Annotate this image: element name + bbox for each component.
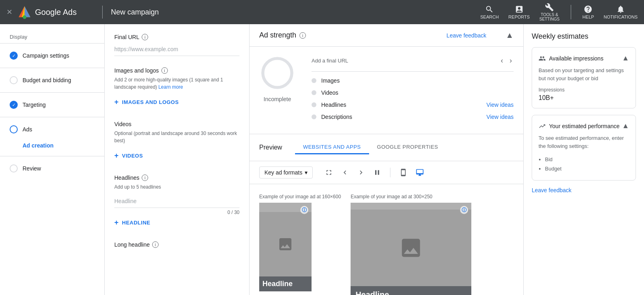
- final-url-info-icon[interactable]: i: [142, 34, 148, 40]
- sidebar-section-display: Display: [0, 31, 104, 44]
- desktop-view-button[interactable]: [413, 166, 427, 179]
- preview-card-info-2[interactable]: ⓘ: [460, 206, 468, 214]
- preview-area: Preview WEBSITES AND APPS GOOGLE PROPERT…: [250, 134, 523, 295]
- weekly-estimates-feedback-link[interactable]: Leave feedback: [532, 187, 572, 193]
- strength-dot-videos: [312, 90, 316, 95]
- image-placeholder-icon-2: [399, 236, 423, 260]
- format-dropdown[interactable]: Key ad formats ▾: [259, 166, 313, 179]
- step-icon-ads: [10, 125, 18, 133]
- collapse-performance-button[interactable]: ▲: [622, 122, 629, 130]
- sidebar-item-ads[interactable]: Ads: [0, 120, 104, 138]
- final-url-section: Final URL i: [114, 34, 239, 56]
- preview-card-300x250: Example of your image ad at 300×250 ⓘ He…: [351, 194, 471, 295]
- notifications-nav-button[interactable]: NOTIFICATIONS: [604, 5, 638, 19]
- images-logos-info-icon[interactable]: i: [161, 67, 168, 74]
- nav-divider-2: [571, 5, 571, 19]
- right-panel: Ad strength i Leave feedback ▲: [250, 24, 523, 295]
- preview-headline-1: Headline: [259, 276, 312, 291]
- sidebar-sub-item-ad-creation[interactable]: Ad creation: [0, 138, 104, 153]
- sidebar-label-targeting: Targeting: [23, 102, 46, 108]
- close-button[interactable]: ✕: [6, 8, 12, 17]
- search-nav-button[interactable]: SEARCH: [480, 5, 499, 19]
- mobile-view-button[interactable]: [397, 166, 410, 179]
- tools-nav-button[interactable]: TOOLS &SETTINGS: [539, 3, 559, 21]
- svg-point-5: [263, 58, 292, 87]
- view-ideas-descriptions-link[interactable]: View ideas: [487, 114, 514, 120]
- videos-section: Videos Optional (portrait and landscape …: [114, 121, 239, 163]
- trending-icon: [539, 123, 546, 130]
- preview-headline-2: Headline: [351, 286, 471, 295]
- available-impressions-desc: Based on your targeting and settings but…: [539, 66, 629, 82]
- headlines-section: Headlines i Add up to 5 headlines 0 / 30…: [114, 175, 239, 230]
- preview-card-label-1: Example of your image ad at 160×600: [259, 194, 341, 199]
- collapse-ad-strength-button[interactable]: ▲: [506, 31, 514, 40]
- learn-more-link[interactable]: Learn more: [158, 84, 183, 90]
- pause-button[interactable]: [371, 166, 384, 179]
- available-impressions-header: Available impressions ▲: [539, 54, 629, 62]
- long-headline-section: Long headline i: [114, 241, 239, 248]
- collapse-impressions-button[interactable]: ▲: [622, 54, 629, 62]
- add-videos-button[interactable]: + VIDEOS: [114, 148, 143, 163]
- ad-strength-info-icon[interactable]: i: [299, 32, 306, 39]
- tools-nav-label: TOOLS &SETTINGS: [539, 12, 559, 21]
- content-inner: Final URL i Images and logos i Add 2 or …: [105, 24, 644, 295]
- list-item-bid: Bid: [545, 155, 629, 164]
- strength-nav-next[interactable]: ›: [508, 55, 514, 66]
- sidebar-item-targeting[interactable]: ✓ Targeting: [0, 96, 104, 114]
- weekly-estimates-panel: Weekly estimates Available impressions ▲…: [523, 24, 644, 295]
- sidebar-item-campaign-settings[interactable]: ✓ Campaign settings: [0, 47, 104, 64]
- tab-websites-apps[interactable]: WEBSITES AND APPS: [295, 141, 369, 154]
- google-ads-logo-icon: [17, 5, 32, 19]
- sidebar-item-budget[interactable]: Budget and bidding: [0, 71, 104, 89]
- help-nav-button[interactable]: HELP: [582, 5, 594, 19]
- help-icon: [584, 5, 592, 14]
- add-final-url-hint: Add a final URL: [312, 58, 348, 64]
- next-button[interactable]: [355, 166, 367, 179]
- leave-feedback-button[interactable]: Leave feedback: [446, 32, 486, 39]
- strength-item-headlines: Headlines View ideas: [312, 102, 514, 108]
- prev-button[interactable]: [339, 166, 351, 179]
- pause-icon: [373, 168, 381, 177]
- weekly-estimates-title: Weekly estimates: [532, 32, 636, 41]
- strength-circle-chart: [259, 55, 295, 91]
- preview-header: Preview WEBSITES AND APPS GOOGLE PROPERT…: [250, 134, 523, 161]
- step-icon-targeting: ✓: [10, 101, 18, 109]
- strength-status-label: Incomplete: [264, 96, 291, 102]
- strength-dot-headlines: [312, 102, 316, 107]
- impressions-metric-value: 10B+: [539, 94, 629, 102]
- help-nav-label: HELP: [582, 15, 594, 19]
- view-ideas-headlines-link[interactable]: View ideas: [487, 102, 514, 108]
- list-item-budget: Budget: [545, 164, 629, 173]
- strength-dot-images: [312, 78, 316, 83]
- strength-item-videos: Videos: [312, 89, 514, 96]
- content-area: Final URL i Images and logos i Add 2 or …: [105, 24, 644, 295]
- headlines-info-icon[interactable]: i: [142, 175, 148, 181]
- expand-button[interactable]: [322, 166, 335, 179]
- long-headline-info-icon[interactable]: i: [152, 241, 159, 248]
- headlines-label: Headlines i: [114, 175, 239, 181]
- expand-icon: [325, 168, 333, 177]
- final-url-input[interactable]: [114, 43, 239, 56]
- strength-label-images: Images: [321, 77, 514, 84]
- preview-card-label-2: Example of your image ad at 300×250: [351, 194, 471, 199]
- final-url-label: Final URL i: [114, 34, 239, 40]
- images-logos-help: Add 2 or more high-quality images (1 squ…: [114, 76, 239, 91]
- sidebar-label-review: Review: [23, 165, 41, 172]
- strength-label-headlines: Headlines: [321, 102, 479, 108]
- strength-nav-prev[interactable]: ‹: [499, 55, 505, 66]
- nav-actions: SEARCH REPORTS TOOLS &SETTINGS HELP NOTI…: [480, 3, 638, 21]
- headline-input[interactable]: [114, 195, 239, 208]
- reports-nav-button[interactable]: REPORTS: [508, 5, 530, 19]
- add-headline-button[interactable]: + HEADLINE: [114, 215, 150, 230]
- tab-google-properties[interactable]: GOOGLE PROPERTIES: [369, 141, 446, 154]
- add-images-button[interactable]: + IMAGES AND LOGOS: [114, 95, 179, 110]
- sidebar-item-review[interactable]: Review: [0, 160, 104, 177]
- ad-strength-panel: Ad strength i Leave feedback ▲: [250, 24, 523, 295]
- estimated-performance-header: Your estimated performance ▲: [539, 122, 629, 130]
- tools-icon: [545, 3, 554, 12]
- preview-card-info-1[interactable]: ⓘ: [300, 206, 308, 214]
- ad-strength-body: Incomplete Add a final URL ‹ ›: [250, 47, 523, 134]
- sidebar-sub-label-ad-creation: Ad creation: [23, 142, 54, 149]
- strength-item-images: Images: [312, 77, 514, 84]
- videos-label: Videos: [114, 121, 239, 127]
